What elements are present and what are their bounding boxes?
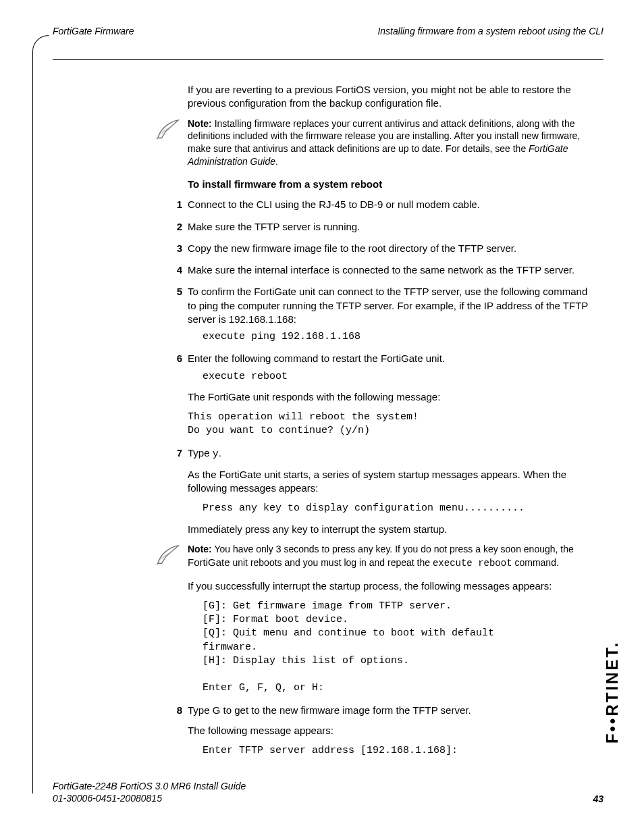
note-text-2: Note: You have only 3 seconds to press a…: [188, 543, 597, 570]
step-text: Type y.: [188, 447, 221, 459]
page-number: 43: [593, 793, 603, 804]
step-number: 7: [163, 446, 182, 460]
step-number: 6: [163, 352, 182, 365]
note-quill-icon: [155, 544, 181, 569]
step-3: 3 Copy the new firmware image file to th…: [188, 242, 597, 255]
t: Type: [188, 447, 213, 459]
header-right: Installing firmware from a system reboot…: [377, 26, 603, 36]
section-heading: To install firmware from a system reboot: [188, 178, 597, 191]
step-text: To confirm the FortiGate unit can connec…: [188, 286, 588, 325]
footer-line1: FortiGate-224B FortiOS 3.0 MR6 Install G…: [53, 780, 246, 792]
t: command.: [512, 557, 559, 568]
step-paragraph: As the FortiGate unit starts, a series o…: [188, 468, 597, 496]
note-block-1: Note: Installing firmware replaces your …: [155, 118, 597, 169]
content: If you are reverting to a previous Forti…: [188, 83, 597, 758]
inline-code: y: [213, 448, 219, 460]
step-paragraph: The FortiGate unit responds with the fol…: [188, 390, 597, 404]
step-text: Make sure the internal interface is conn…: [188, 264, 574, 276]
note-body-a: Installing firmware replaces your curren…: [188, 118, 580, 155]
step-number: 5: [163, 285, 182, 298]
code-block: execute ping 192.168.1.168: [203, 330, 597, 344]
note-block-2: Note: You have only 3 seconds to press a…: [155, 543, 597, 570]
fortinet-logo: F••RTINET.: [601, 618, 624, 766]
header-left: FortiGate Firmware: [53, 26, 134, 36]
running-heads: FortiGate Firmware Installing firmware f…: [53, 26, 603, 36]
t: unit reboots and you must log in and rep…: [230, 557, 433, 568]
step-1: 1 Connect to the CLI using the RJ-45 to …: [188, 198, 597, 211]
step-paragraph: The following message appears:: [188, 724, 597, 737]
step-paragraph: Immediately press any key to interrupt t…: [188, 523, 597, 536]
step-7: 7 Type y. As the FortiGate unit starts, …: [188, 446, 597, 696]
step-number: 2: [163, 220, 182, 234]
step-2: 2 Make sure the TFTP server is running.: [188, 220, 597, 234]
step-text: Copy the new firmware image file to the …: [188, 242, 516, 254]
code-block: execute reboot: [203, 370, 597, 384]
intro-paragraph: If you are reverting to a previous Forti…: [188, 83, 597, 111]
step-6: 6 Enter the following command to restart…: [188, 352, 597, 438]
footer-left: FortiGate-224B FortiOS 3.0 MR6 Install G…: [53, 780, 246, 804]
left-rule: [32, 51, 33, 793]
header-rule: [53, 59, 603, 60]
note-text-1: Note: Installing firmware replaces your …: [188, 118, 597, 169]
corner-rule: [32, 35, 49, 51]
t: .: [219, 447, 221, 459]
code-block: Enter TFTP server address [192.168.1.168…: [203, 744, 597, 758]
step-5: 5 To confirm the FortiGate unit can conn…: [188, 285, 597, 344]
step-8: 8 Type G to get to the new firmware imag…: [188, 704, 597, 758]
step-4: 4 Make sure the internal interface is co…: [188, 263, 597, 277]
note-lead: Note:: [188, 544, 212, 554]
step-number: 8: [163, 704, 182, 717]
step-paragraph: If you successfully interrupt the startu…: [188, 579, 597, 593]
code-block: This operation will reboot the system! D…: [188, 411, 597, 438]
code-block: [G]: Get firmware image from TFTP server…: [203, 600, 597, 696]
step-text: Enter the following command to restart t…: [188, 353, 445, 364]
t: You have only 3 seconds to press any key…: [212, 544, 574, 554]
step-number: 3: [163, 242, 182, 255]
note-quill-icon: [155, 119, 181, 144]
logo-text: F••RTINET.: [603, 641, 622, 744]
page: FortiGate Firmware Installing firmware f…: [0, 0, 644, 834]
code-block: Press any key to display configuration m…: [203, 502, 597, 515]
footer: FortiGate-224B FortiOS 3.0 MR6 Install G…: [53, 780, 603, 804]
steps-list: 1 Connect to the CLI using the RJ-45 to …: [188, 198, 597, 758]
step-number: 4: [163, 263, 182, 277]
inline-code: execute reboot: [433, 558, 512, 569]
note-body-b: .: [275, 156, 278, 167]
step-text: Make sure the TFTP server is running.: [188, 221, 360, 232]
t: FortiGate: [188, 556, 230, 568]
step-text: Type G to get to the new firmware image …: [188, 704, 471, 716]
note-lead: Note:: [188, 118, 212, 129]
step-number: 1: [163, 198, 182, 211]
step-text: Connect to the CLI using the RJ-45 to DB…: [188, 199, 480, 210]
footer-line2: 01-30006-0451-20080815: [53, 792, 246, 804]
